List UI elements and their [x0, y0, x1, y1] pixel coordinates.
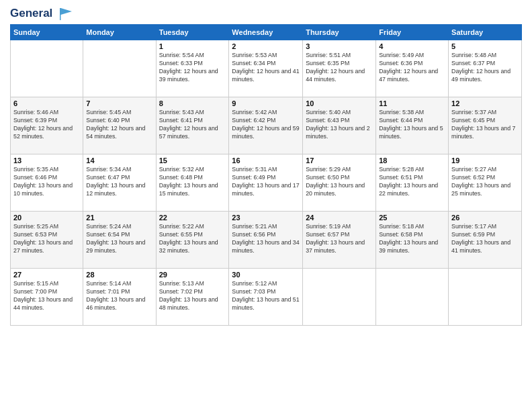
- day-info: Sunrise: 5:17 AMSunset: 6:59 PMDaylight:…: [451, 223, 519, 255]
- day-info: Sunrise: 5:19 AMSunset: 6:57 PMDaylight:…: [306, 223, 373, 255]
- calendar-cell: 6Sunrise: 5:46 AMSunset: 6:39 PMDaylight…: [11, 97, 83, 154]
- calendar-cell: 15Sunrise: 5:32 AMSunset: 6:48 PMDayligh…: [156, 154, 229, 212]
- weekday-header-wednesday: Wednesday: [229, 25, 303, 40]
- weekday-header-thursday: Thursday: [303, 25, 376, 40]
- weekday-header-row: SundayMondayTuesdayWednesdayThursdayFrid…: [11, 25, 522, 40]
- calendar-cell: 17Sunrise: 5:29 AMSunset: 6:50 PMDayligh…: [303, 154, 376, 212]
- day-number: 3: [306, 42, 373, 50]
- calendar-cell: 19Sunrise: 5:27 AMSunset: 6:52 PMDayligh…: [449, 154, 522, 212]
- day-info: Sunrise: 5:21 AMSunset: 6:56 PMDaylight:…: [232, 223, 300, 255]
- calendar-cell: 16Sunrise: 5:31 AMSunset: 6:49 PMDayligh…: [229, 154, 303, 212]
- day-number: 7: [86, 99, 152, 107]
- day-info: Sunrise: 5:14 AMSunset: 7:01 PMDaylight:…: [86, 280, 152, 312]
- day-info: Sunrise: 5:32 AMSunset: 6:48 PMDaylight:…: [159, 166, 226, 198]
- calendar-cell: 5Sunrise: 5:48 AMSunset: 6:37 PMDaylight…: [449, 40, 522, 97]
- day-info: Sunrise: 5:42 AMSunset: 6:42 PMDaylight:…: [232, 109, 300, 141]
- day-info: Sunrise: 5:29 AMSunset: 6:50 PMDaylight:…: [306, 166, 373, 198]
- day-info: Sunrise: 5:31 AMSunset: 6:49 PMDaylight:…: [232, 166, 300, 198]
- day-info: Sunrise: 5:24 AMSunset: 6:54 PMDaylight:…: [86, 223, 152, 255]
- day-number: 15: [159, 156, 226, 165]
- weekday-header-saturday: Saturday: [449, 25, 522, 40]
- day-info: Sunrise: 5:40 AMSunset: 6:43 PMDaylight:…: [306, 109, 373, 141]
- calendar-cell: 23Sunrise: 5:21 AMSunset: 6:56 PMDayligh…: [229, 212, 303, 269]
- calendar-cell: 7Sunrise: 5:45 AMSunset: 6:40 PMDaylight…: [83, 97, 156, 154]
- calendar-cell: 12Sunrise: 5:37 AMSunset: 6:45 PMDayligh…: [449, 97, 522, 154]
- week-row-4: 20Sunrise: 5:25 AMSunset: 6:53 PMDayligh…: [11, 212, 522, 269]
- day-info: Sunrise: 5:54 AMSunset: 6:33 PMDaylight:…: [159, 52, 226, 84]
- day-info: Sunrise: 5:35 AMSunset: 6:46 PMDaylight:…: [13, 166, 80, 198]
- calendar-cell: 18Sunrise: 5:28 AMSunset: 6:51 PMDayligh…: [376, 154, 449, 212]
- day-number: 16: [232, 156, 300, 165]
- day-number: 5: [451, 42, 519, 50]
- day-info: Sunrise: 5:37 AMSunset: 6:45 PMDaylight:…: [451, 109, 519, 141]
- calendar-cell: 28Sunrise: 5:14 AMSunset: 7:01 PMDayligh…: [83, 269, 156, 326]
- calendar-cell: 4Sunrise: 5:49 AMSunset: 6:36 PMDaylight…: [376, 40, 449, 97]
- calendar-cell: 3Sunrise: 5:51 AMSunset: 6:35 PMDaylight…: [303, 40, 376, 97]
- day-info: Sunrise: 5:53 AMSunset: 6:34 PMDaylight:…: [232, 52, 300, 84]
- week-row-1: 1Sunrise: 5:54 AMSunset: 6:33 PMDaylight…: [11, 40, 522, 97]
- day-info: Sunrise: 5:38 AMSunset: 6:44 PMDaylight:…: [379, 109, 445, 141]
- calendar-cell: 2Sunrise: 5:53 AMSunset: 6:34 PMDaylight…: [229, 40, 303, 97]
- calendar-cell: 22Sunrise: 5:22 AMSunset: 6:55 PMDayligh…: [156, 212, 229, 269]
- day-number: 19: [451, 156, 519, 165]
- weekday-header-monday: Monday: [83, 25, 156, 40]
- day-info: Sunrise: 5:43 AMSunset: 6:41 PMDaylight:…: [159, 109, 226, 141]
- day-number: 10: [306, 99, 373, 107]
- day-info: Sunrise: 5:28 AMSunset: 6:51 PMDaylight:…: [379, 166, 445, 198]
- day-number: 13: [13, 156, 80, 165]
- day-number: 25: [379, 214, 445, 222]
- day-info: Sunrise: 5:22 AMSunset: 6:55 PMDaylight:…: [159, 223, 226, 255]
- day-number: 12: [451, 99, 519, 107]
- day-info: Sunrise: 5:49 AMSunset: 6:36 PMDaylight:…: [379, 52, 445, 84]
- logo-text: General: [10, 7, 76, 21]
- day-number: 17: [306, 156, 373, 165]
- day-number: 14: [86, 156, 152, 165]
- day-number: 11: [379, 99, 445, 107]
- calendar-cell: 25Sunrise: 5:18 AMSunset: 6:58 PMDayligh…: [376, 212, 449, 269]
- day-number: 9: [232, 99, 300, 107]
- calendar-cell: 8Sunrise: 5:43 AMSunset: 6:41 PMDaylight…: [156, 97, 229, 154]
- day-info: Sunrise: 5:46 AMSunset: 6:39 PMDaylight:…: [13, 109, 80, 141]
- week-row-2: 6Sunrise: 5:46 AMSunset: 6:39 PMDaylight…: [11, 97, 522, 154]
- day-number: 27: [13, 271, 80, 279]
- weekday-header-tuesday: Tuesday: [156, 25, 229, 40]
- day-info: Sunrise: 5:51 AMSunset: 6:35 PMDaylight:…: [306, 52, 373, 84]
- calendar-page: General SundayMondayTuesdayWednesdayThur…: [0, 0, 532, 411]
- day-number: 29: [159, 271, 226, 279]
- week-row-5: 27Sunrise: 5:15 AMSunset: 7:00 PMDayligh…: [11, 269, 522, 326]
- calendar-cell: [303, 269, 376, 326]
- calendar-cell: 1Sunrise: 5:54 AMSunset: 6:33 PMDaylight…: [156, 40, 229, 97]
- day-number: 8: [159, 99, 226, 107]
- day-number: 21: [86, 214, 152, 222]
- calendar-table: SundayMondayTuesdayWednesdayThursdayFrid…: [10, 24, 522, 326]
- header: General: [10, 7, 522, 19]
- day-info: Sunrise: 5:27 AMSunset: 6:52 PMDaylight:…: [451, 166, 519, 198]
- calendar-cell: [83, 40, 156, 97]
- week-row-3: 13Sunrise: 5:35 AMSunset: 6:46 PMDayligh…: [11, 154, 522, 212]
- calendar-cell: 27Sunrise: 5:15 AMSunset: 7:00 PMDayligh…: [11, 269, 83, 326]
- calendar-cell: [376, 269, 449, 326]
- logo-flag-icon: [57, 7, 76, 21]
- day-number: 2: [232, 42, 300, 50]
- weekday-header-sunday: Sunday: [11, 25, 83, 40]
- day-info: Sunrise: 5:15 AMSunset: 7:00 PMDaylight:…: [13, 280, 80, 312]
- weekday-header-friday: Friday: [376, 25, 449, 40]
- day-number: 23: [232, 214, 300, 222]
- day-info: Sunrise: 5:48 AMSunset: 6:37 PMDaylight:…: [451, 52, 519, 84]
- logo: General: [10, 7, 76, 19]
- day-info: Sunrise: 5:34 AMSunset: 6:47 PMDaylight:…: [86, 166, 152, 198]
- calendar-cell: 20Sunrise: 5:25 AMSunset: 6:53 PMDayligh…: [11, 212, 83, 269]
- calendar-cell: 26Sunrise: 5:17 AMSunset: 6:59 PMDayligh…: [449, 212, 522, 269]
- calendar-cell: 21Sunrise: 5:24 AMSunset: 6:54 PMDayligh…: [83, 212, 156, 269]
- calendar-cell: 29Sunrise: 5:13 AMSunset: 7:02 PMDayligh…: [156, 269, 229, 326]
- day-number: 1: [159, 42, 226, 50]
- day-number: 24: [306, 214, 373, 222]
- day-info: Sunrise: 5:25 AMSunset: 6:53 PMDaylight:…: [13, 223, 80, 255]
- calendar-cell: 30Sunrise: 5:12 AMSunset: 7:03 PMDayligh…: [229, 269, 303, 326]
- calendar-cell: 9Sunrise: 5:42 AMSunset: 6:42 PMDaylight…: [229, 97, 303, 154]
- day-number: 30: [232, 271, 300, 279]
- day-number: 20: [13, 214, 80, 222]
- day-info: Sunrise: 5:18 AMSunset: 6:58 PMDaylight:…: [379, 223, 445, 255]
- day-info: Sunrise: 5:45 AMSunset: 6:40 PMDaylight:…: [86, 109, 152, 141]
- day-number: 26: [451, 214, 519, 222]
